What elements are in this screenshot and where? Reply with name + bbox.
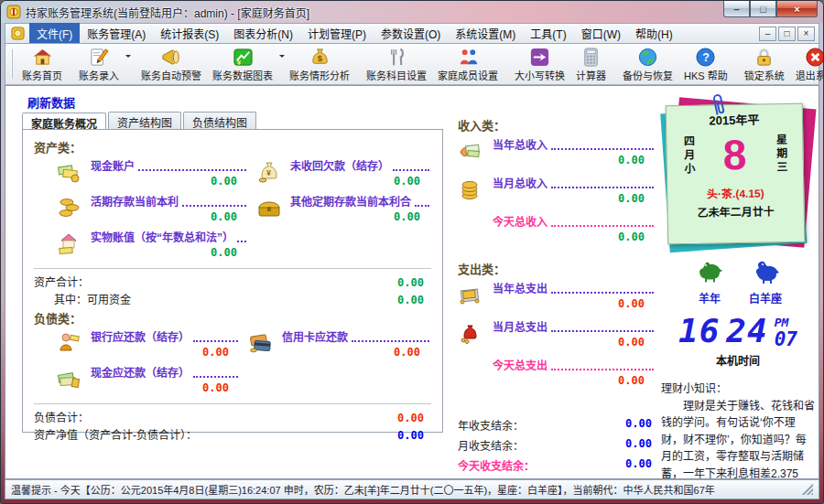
title-bar: 持家账务管理系统(当前登陆用户：admin) - [家庭财务首页] – □ ×: [1, 1, 823, 23]
mdi-minimize-button[interactable]: –: [759, 27, 776, 41]
stat-value: 0.00: [493, 230, 656, 244]
income-expense-column: 收入类： 当年总收入 0.00 当月总收入 0.00 今天总收入 0.00 支出…: [458, 113, 656, 479]
stat-value: 0.00: [493, 296, 656, 311]
menu-plan-mgmt[interactable]: 计划管理(P): [300, 23, 374, 44]
menu-account-mgmt[interactable]: 账务管理(A): [80, 23, 153, 44]
stat-label: 未收回欠款（结存）: [290, 160, 389, 174]
clock-ampm: PM: [775, 316, 797, 328]
menu-file[interactable]: 文件(F): [29, 23, 80, 44]
zodiac-sign-label: 白羊座: [749, 290, 782, 306]
family-members-button[interactable]: 家庭成员设置: [432, 45, 504, 83]
assets-heading: 资产类：: [34, 138, 431, 155]
net-worth-value: 0.00: [397, 429, 424, 442]
mdi-close-button[interactable]: ×: [797, 27, 815, 41]
clock-caption: 本机时间: [659, 352, 817, 368]
toolbar-label: 大小写转换: [515, 68, 565, 82]
liabilities-heading: 负债类：: [34, 309, 431, 327]
chest-icon: [257, 196, 285, 220]
liabilities-total-row: 负债合计： 0.00: [34, 409, 431, 424]
stat-value: 0.00: [91, 174, 248, 188]
cash-repay-icon: [58, 367, 85, 391]
stat-label: 当月总收入: [493, 177, 548, 191]
minimize-button[interactable]: –: [723, 1, 750, 17]
data-chart-button[interactable]: ¥ 账务数据图表: [207, 45, 284, 83]
status-bar: 温馨提示 - 今天【公历：公元2015年4月8日(星期三)16:24:07 申时…: [5, 479, 819, 499]
cash-icon: [58, 160, 85, 184]
sidebar-widgets: 2015年平 四月小 8 星期三 头·茶.(4.15) 乙未年二月廿十 羊年: [659, 90, 817, 479]
zodiac-year-label: 羊年: [694, 290, 725, 306]
help-icon: ?: [695, 47, 716, 68]
stat-label: 活期存款当前本利: [91, 196, 179, 209]
clock-minutes: 24: [726, 315, 767, 348]
stat-value: 0.00: [290, 174, 431, 188]
dotted-leader: [551, 369, 654, 370]
calendar-day: 8: [722, 134, 746, 176]
convert-icon: [529, 47, 550, 68]
available-funds-value: 0.00: [397, 294, 424, 306]
backup-restore-button[interactable]: 备份与恢复: [617, 45, 678, 83]
calendar-front-sheet: 2015年平 四月小 8 星期三 头·茶.(4.15) 乙未年二月廿十: [666, 103, 806, 245]
stat-row-uncollected-debt: ¥ 未收回欠款（结存） 0.00: [257, 160, 431, 188]
menu-system-settings[interactable]: 系统设置(M): [448, 23, 523, 44]
dotted-leader: [352, 340, 429, 342]
chevron-down-icon[interactable]: [125, 55, 131, 60]
stat-row-cash-repay: 现金应还款（结存） 0.00: [58, 367, 240, 395]
tips-body: 理财是关于赚钱、花钱和省钱的学问。有句话说‘你不理财，财不理你’，你知道吗？每月…: [661, 398, 815, 479]
edit-icon: [89, 47, 110, 68]
stat-label: 信用卡应还款: [282, 331, 348, 345]
lock-icon: [754, 47, 775, 68]
entry-button[interactable]: 账务录入: [73, 45, 130, 83]
net-worth-label: 资产净值（资产合计-负债合计）：: [34, 426, 197, 442]
net-worth-row: 资产净值（资产合计-负债合计）： 0.00: [34, 426, 431, 442]
menu-window[interactable]: 窗口(W): [574, 23, 628, 44]
app-icon: [6, 5, 21, 19]
stat-value: 0.00: [282, 345, 431, 359]
toolbar-grip[interactable]: [11, 49, 13, 79]
liabilities-grid: 银行应还款（结存） 0.00 信用卡应还款 0.00 现金应还款（结存） 0.0…: [34, 328, 431, 400]
dotted-leader: [551, 148, 654, 150]
dotted-leader: [193, 340, 238, 342]
subject-settings-button[interactable]: 账务科目设置: [361, 45, 432, 83]
stat-label: 当月总支出: [493, 321, 548, 335]
dotted-leader: [393, 169, 429, 171]
paperclip-icon: [706, 89, 732, 120]
svg-text:?: ?: [702, 51, 710, 64]
refresh-data-link[interactable]: 刷新数据: [27, 93, 75, 111]
mdi-restore-button[interactable]: □: [778, 27, 796, 41]
cutlery-icon: [386, 47, 407, 68]
situation-analysis-button[interactable]: $ 账务情形分析: [284, 45, 355, 83]
stat-label: 现金账户: [91, 160, 135, 174]
status-text: 温馨提示 - 今天【公历：公元2015年4月8日(星期三)16:24:07 申时…: [11, 482, 802, 497]
expense-heading: 支出类：: [458, 260, 656, 277]
toolbar-label: 备份与恢复: [623, 68, 673, 82]
digital-clock: 16 24 PM 07: [659, 315, 817, 349]
case-convert-button[interactable]: 大小写转换: [509, 45, 570, 83]
chart-icon: ¥: [233, 47, 254, 68]
svg-text:$: $: [317, 53, 322, 63]
icon-spacer: [458, 216, 487, 240]
home-button[interactable]: 账务首页: [16, 45, 68, 83]
stat-value: 0.00: [91, 245, 248, 260]
month-balance-value: 0.00: [625, 437, 652, 453]
menu-parameters[interactable]: 参数设置(O): [374, 23, 448, 44]
menu-tools[interactable]: 工具(T): [523, 23, 573, 44]
menu-reports[interactable]: 统计报表(S): [153, 23, 226, 44]
stat-value: 0.00: [290, 209, 431, 224]
globe-icon: [637, 47, 658, 68]
aries-icon: [750, 258, 781, 285]
stat-label: 当年总收入: [493, 139, 548, 153]
assets-total-row: 资产合计： 0.00: [34, 273, 431, 289]
close-button[interactable]: ×: [776, 1, 818, 17]
calculator-button[interactable]: 计算器: [570, 45, 612, 83]
auto-alert-button[interactable]: 账务自动预警: [136, 45, 207, 83]
lock-system-button[interactable]: 锁定系统: [739, 45, 790, 83]
tips-heading: 理财小知识：: [661, 381, 815, 398]
help-button[interactable]: ? HKS 帮助: [678, 45, 733, 83]
resize-grip-icon[interactable]: [802, 484, 813, 495]
exit-system-button[interactable]: 退出系统: [790, 45, 824, 83]
menu-help[interactable]: 帮助(H): [628, 23, 680, 44]
menu-chart-analysis[interactable]: 图表分析(N): [226, 23, 300, 44]
expense-month-icon: [458, 321, 487, 345]
dotted-leader: [237, 241, 246, 242]
maximize-button[interactable]: □: [750, 1, 776, 17]
